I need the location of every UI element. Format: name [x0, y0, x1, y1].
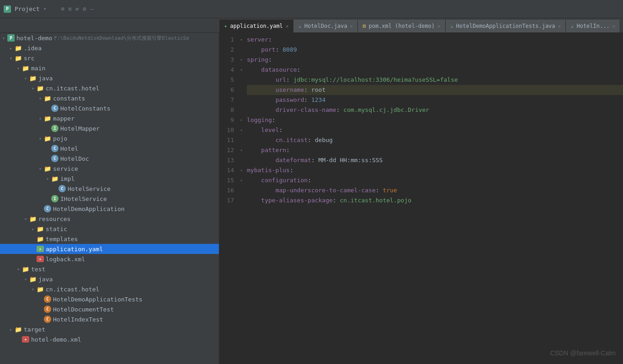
tree-item-20[interactable]: 📁templates	[0, 234, 219, 244]
tree-item-6[interactable]: 📁constants	[0, 93, 219, 103]
tab-hotelindex[interactable]: ☕ HotelIn... ✕	[566, 20, 620, 32]
tree-label-22: logback.xml	[46, 256, 85, 263]
tree-item-14[interactable]: 📁impl	[0, 174, 219, 184]
line-num-13: 13	[219, 155, 234, 165]
tree-item-16[interactable]: IIHotelService	[0, 194, 219, 204]
tree-label-21: application.yaml	[46, 246, 103, 253]
tab-close-pom[interactable]: ✕	[437, 23, 441, 29]
line-num-2: 2	[219, 45, 234, 55]
fold-marker-8[interactable]: ·	[238, 105, 245, 115]
title-bar: P Project ▾ ⊕ ≡ ⇄ ⚙ —	[0, 0, 623, 18]
tree-item-22[interactable]: ✦logback.xml	[0, 254, 219, 264]
code-line-5: url: jdbc:mysql://localhost:3306/heima?u…	[247, 75, 623, 85]
tab-label-pom: pom.xml (hotel-demo)	[368, 23, 435, 29]
tab-close-yaml[interactable]: ✕	[286, 23, 289, 29]
fold-marker-11[interactable]: ·	[238, 135, 245, 145]
tree-item-3[interactable]: 📁main	[0, 63, 219, 73]
toolbar-icon-1[interactable]: ⊕	[61, 5, 64, 12]
fold-marker-9[interactable]: ▾	[238, 115, 245, 125]
tree-label-29: target	[24, 326, 45, 333]
tree-item-13[interactable]: 📁service	[0, 164, 219, 174]
tree-arrow-24	[22, 277, 29, 282]
tab-label-tests: HotelDemoApplicationTests.java	[456, 23, 555, 29]
tree-item-28[interactable]: CHotelIndexTest	[0, 314, 219, 324]
tab-close-tests[interactable]: ✕	[558, 23, 561, 29]
tree-item-8[interactable]: 📁mapper	[0, 113, 219, 123]
tab-hoteldoc-java[interactable]: ☕ HotelDoc.java ✕	[293, 20, 358, 32]
tree-label-12: HotelDoc	[60, 155, 89, 162]
tree-label-1: .idea	[24, 45, 42, 52]
toolbar-icon-4[interactable]: ⚙	[83, 5, 86, 12]
tab-application-yaml[interactable]: ✦ application.yaml ✕	[219, 20, 293, 32]
tree-label-15: HotelService	[68, 185, 111, 192]
fold-marker-3[interactable]: ▾	[238, 55, 245, 65]
tree-item-1[interactable]: 📁.idea	[0, 43, 219, 53]
fold-marker-2[interactable]: ·	[238, 45, 245, 55]
fold-marker-17[interactable]: ·	[238, 195, 245, 206]
tree-item-18[interactable]: 📁resources	[0, 214, 219, 224]
folder-icon-23: 📁	[22, 265, 29, 273]
fold-marker-13[interactable]: ·	[238, 155, 245, 165]
tree-item-10[interactable]: 📁pojo	[0, 133, 219, 143]
tree-item-29[interactable]: 📁target	[0, 324, 219, 334]
tree-item-12[interactable]: CHotelDoc	[0, 153, 219, 164]
fold-marker-1[interactable]: ▾	[238, 35, 245, 45]
file-icon-21: ✦	[37, 246, 44, 252]
tree-item-4[interactable]: 📁java	[0, 73, 219, 83]
tree-label-27: HotelDocumentTest	[53, 306, 114, 313]
fold-marker-7[interactable]: ·	[238, 95, 245, 105]
fold-marker-5[interactable]: ·	[238, 75, 245, 85]
file-icon-11: C	[51, 145, 59, 152]
tree-item-24[interactable]: 📁java	[0, 274, 219, 284]
line-num-6: 6	[219, 85, 234, 95]
tree-item-2[interactable]: 📁src	[0, 53, 219, 63]
file-icon-9: I	[51, 125, 59, 132]
tab-close-hoteldoc[interactable]: ✕	[350, 23, 353, 29]
tree-arrow-29	[7, 327, 15, 332]
tree-item-25[interactable]: 📁cn.itcast.hotel	[0, 284, 219, 294]
fold-marker-10[interactable]: ▾	[238, 125, 245, 135]
tree-label-7: HotelConstants	[60, 105, 111, 112]
line-num-10: 10	[219, 125, 234, 135]
tree-item-26[interactable]: CHotelDemoApplicationTests	[0, 294, 219, 304]
tree-item-21[interactable]: ✦application.yaml	[0, 244, 219, 254]
project-dropdown-icon[interactable]: ▾	[43, 6, 47, 12]
tree-item-5[interactable]: 📁cn.itcast.hotel	[0, 83, 219, 93]
sidebar: Photel-demo F:\BaiduNetdiskDownload\分布式搜…	[0, 33, 219, 364]
fold-marker-16[interactable]: ·	[238, 185, 245, 195]
fold-marker-15[interactable]: ▾	[238, 175, 245, 185]
tree-item-30[interactable]: ✦hotel-demo.xml	[0, 334, 219, 344]
tab-close-index[interactable]: ✕	[612, 23, 616, 29]
project-label[interactable]: Project	[15, 5, 40, 12]
tree-item-0[interactable]: Photel-demo F:\BaiduNetdiskDownload\分布式搜…	[0, 33, 219, 43]
fold-marker-14[interactable]: ▾	[238, 165, 245, 175]
tree-item-7[interactable]: CHotelConstants	[0, 103, 219, 113]
tab-icon-tests: ☕	[450, 23, 453, 29]
tree-label-4: java	[38, 75, 53, 82]
toolbar-icon-3[interactable]: ⇄	[75, 5, 79, 12]
tree-item-19[interactable]: 📁static	[0, 224, 219, 234]
tree-item-17[interactable]: CHotelDemoApplication	[0, 204, 219, 214]
code-line-15: configuration:	[247, 175, 623, 185]
folder-icon-20: 📁	[37, 235, 44, 243]
tree-item-9[interactable]: IHotelMapper	[0, 123, 219, 133]
line-num-8: 8	[219, 105, 234, 115]
tree-arrow-0	[0, 36, 7, 41]
folder-icon-13: 📁	[44, 165, 51, 172]
toolbar-icon-2[interactable]: ≡	[68, 5, 72, 12]
tree-item-11[interactable]: CHotel	[0, 143, 219, 153]
fold-marker-4[interactable]: ▾	[238, 65, 245, 75]
tree-item-27[interactable]: CHotelDocumentTest	[0, 304, 219, 314]
folder-icon-1: 📁	[15, 44, 22, 52]
tree-item-23[interactable]: 📁test	[0, 264, 219, 274]
toolbar-icon-5[interactable]: —	[90, 5, 94, 12]
tab-pom-xml[interactable]: m pom.xml (hotel-demo) ✕	[358, 20, 445, 32]
tree-label-17: HotelDemoApplication	[53, 206, 125, 212]
fold-marker-12[interactable]: ▾	[238, 145, 245, 155]
code-line-16: map-underscore-to-camel-case: true	[247, 185, 623, 195]
fold-marker-6[interactable]: ·	[238, 85, 245, 95]
file-icon-26: C	[44, 295, 51, 303]
tree-item-15[interactable]: CHotelService	[0, 184, 219, 194]
tree-arrow-3	[15, 66, 22, 71]
tab-hoteldemo-tests[interactable]: ☕ HotelDemoApplicationTests.java ✕	[446, 20, 566, 32]
